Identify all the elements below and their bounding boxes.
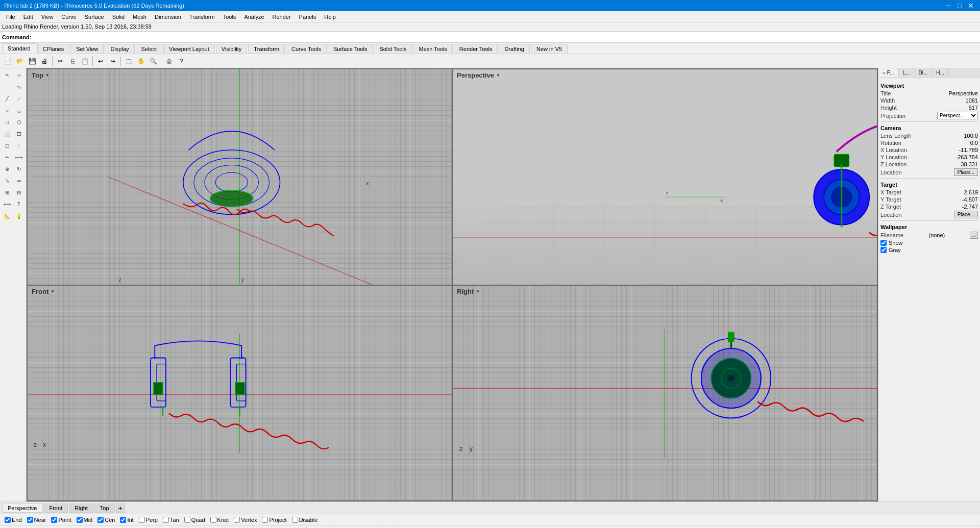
rect-tool[interactable]: □	[2, 116, 13, 128]
osnap-checkbox-point[interactable]	[51, 517, 57, 523]
viewport-perspective-arrow[interactable]: ▼	[496, 73, 500, 78]
toolbar-tab-cplanes[interactable]: CPlanes	[37, 44, 70, 54]
group-tool[interactable]: ⊟	[13, 187, 24, 198]
osnap-item-cen[interactable]: Cen	[95, 516, 117, 524]
copy-button[interactable]: ⎘	[67, 56, 78, 67]
zoom-button[interactable]: 🔍	[148, 56, 159, 67]
analyze-tool[interactable]: 📐	[2, 210, 13, 221]
osnap-checkbox-cen[interactable]	[97, 517, 104, 523]
osnap-checkbox-tan[interactable]	[163, 517, 169, 523]
help-button[interactable]: ?	[176, 56, 187, 67]
trim-tool[interactable]: ✁	[2, 152, 13, 163]
toolbar-tab-set-view[interactable]: Set View	[70, 44, 104, 54]
osnap-checkbox-mid[interactable]	[77, 517, 83, 523]
wallpaper-gray-checkbox[interactable]	[880, 247, 887, 253]
extrude-tool[interactable]: ⧠	[13, 128, 24, 139]
paste-button[interactable]: 📋	[79, 56, 90, 67]
point-tool[interactable]: ·	[2, 81, 13, 92]
extend-tool[interactable]: ⟼	[13, 152, 24, 163]
redo-button[interactable]: ↪	[107, 56, 118, 67]
solid-tool[interactable]: ◻	[2, 140, 13, 151]
toolbar-tab-solid-tools[interactable]: Solid Tools	[374, 44, 412, 54]
surface-tool[interactable]: ⬜	[2, 128, 13, 139]
rotate-tool[interactable]: ↻	[13, 163, 24, 174]
save-button[interactable]: 💾	[27, 56, 38, 67]
osnap-checkbox-near[interactable]	[27, 517, 33, 523]
osnap-checkbox-int[interactable]	[120, 517, 126, 523]
toolbar-tab-transform[interactable]: Transform	[248, 44, 285, 54]
vt-tab-top[interactable]: Top	[94, 504, 115, 513]
osnap-item-end[interactable]: End	[2, 516, 24, 524]
target-place-button[interactable]: Place...	[954, 211, 978, 218]
rp-tab-help[interactable]: H...	[932, 68, 949, 77]
osnap-item-vertex[interactable]: Vertex	[231, 516, 259, 524]
print-button[interactable]: 🖨	[39, 56, 50, 67]
viewport-front[interactable]: Front ▼ z x	[27, 285, 452, 501]
cut-button[interactable]: ✂	[55, 56, 66, 67]
toolbar-tab-display[interactable]: Display	[105, 44, 134, 54]
viewport-right[interactable]: Right ▼ z y	[452, 285, 877, 501]
toolbar-tab-viewport-layout[interactable]: Viewport Layout	[163, 44, 215, 54]
menu-item-surface[interactable]: Surface	[81, 13, 108, 21]
osnap-checkbox-project[interactable]	[262, 517, 268, 523]
toolbar-tab-standard[interactable]: Standard	[2, 43, 36, 54]
toolbar-tab-curve-tools[interactable]: Curve Tools	[286, 44, 327, 54]
circle-tool[interactable]: ○	[2, 105, 13, 116]
menu-item-dimension[interactable]: Dimension	[151, 13, 185, 21]
osnap-item-int[interactable]: Int	[117, 516, 136, 524]
close-button[interactable]: ✕	[966, 1, 976, 11]
osnap-item-quad[interactable]: Quad	[182, 516, 208, 524]
undo-button[interactable]: ↩	[95, 56, 106, 67]
command-bar[interactable]: Command:	[0, 32, 980, 43]
menu-item-edit[interactable]: Edit	[19, 13, 37, 21]
select-multi-tool[interactable]: ⊹	[13, 69, 24, 81]
viewport-perspective[interactable]: Perspective ▼ x	[452, 69, 877, 285]
vt-add-button[interactable]: +	[116, 504, 125, 513]
viewport-top[interactable]: Top ▼ x y z	[27, 69, 452, 285]
maximize-button[interactable]: □	[954, 1, 965, 11]
osnap-item-perp[interactable]: Perp	[136, 516, 160, 524]
toolbar-tab-visibility[interactable]: Visibility	[216, 44, 248, 54]
toolbar-tab-drafting[interactable]: Drafting	[499, 44, 530, 54]
select-button[interactable]: ⬚	[123, 56, 134, 67]
osnap-checkbox-quad[interactable]	[184, 517, 190, 523]
viewport-top-arrow[interactable]: ▼	[45, 73, 50, 78]
mesh-tool[interactable]: ⋮	[13, 140, 24, 151]
osnap-item-project[interactable]: Project	[259, 516, 289, 524]
menu-item-solid[interactable]: Solid	[108, 13, 129, 21]
line-tool[interactable]: ╱	[2, 93, 13, 104]
viewport-front-arrow[interactable]: ▼	[51, 289, 55, 294]
menu-item-file[interactable]: File	[2, 13, 19, 21]
toolbar-tab-new-in-v5[interactable]: New in V5	[531, 44, 568, 54]
rp-tab-layers[interactable]: L...	[899, 68, 915, 77]
vt-tab-front[interactable]: Front	[43, 504, 68, 513]
array-tool[interactable]: ⊞	[2, 187, 13, 198]
polyline-tool[interactable]: ⟋	[13, 93, 24, 104]
rp-tab-properties[interactable]: ○ P...	[878, 68, 899, 77]
render-button[interactable]: ◎	[163, 56, 175, 67]
menu-item-transform[interactable]: Transform	[185, 13, 219, 21]
toolbar-tab-mesh-tools[interactable]: Mesh Tools	[413, 44, 452, 54]
menu-item-tools[interactable]: Tools	[219, 13, 240, 21]
text-tool[interactable]: T	[13, 198, 24, 210]
filename-browse-button[interactable]: ...	[970, 232, 978, 239]
scale-tool[interactable]: ⤡	[2, 175, 13, 186]
open-button[interactable]: 📂	[14, 56, 26, 67]
cam-place-button[interactable]: Place...	[954, 168, 978, 176]
vt-tab-perspective[interactable]: Perspective	[2, 504, 42, 513]
polygon-tool[interactable]: ⬡	[13, 116, 24, 128]
rp-tab-display[interactable]: Di...	[914, 68, 932, 77]
select-tool[interactable]: ↖	[2, 69, 13, 81]
toolbar-tab-select[interactable]: Select	[136, 44, 163, 54]
dim-tool[interactable]: ⟺	[2, 198, 13, 210]
viewport-right-arrow[interactable]: ▼	[476, 289, 480, 294]
wallpaper-show-checkbox[interactable]	[880, 240, 887, 246]
minimize-button[interactable]: ─	[943, 1, 953, 11]
osnap-item-knot[interactable]: Knot	[208, 516, 232, 524]
menu-item-panels[interactable]: Panels	[295, 13, 321, 21]
menu-item-view[interactable]: View	[37, 13, 58, 21]
arc-tool[interactable]: ◡	[13, 105, 24, 116]
pan-button[interactable]: ✋	[135, 56, 146, 67]
osnap-item-near[interactable]: Near	[24, 516, 49, 524]
osnap-item-mid[interactable]: Mid	[74, 516, 95, 524]
